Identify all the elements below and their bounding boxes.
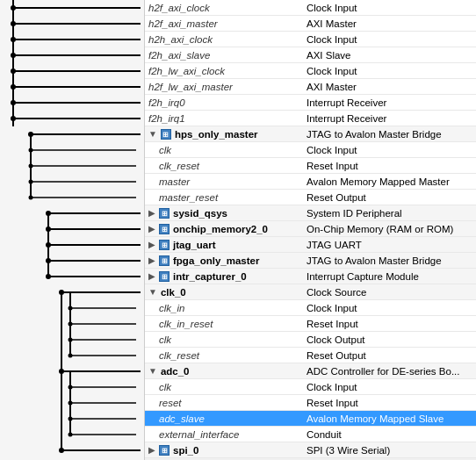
name-cell: master: [145, 176, 303, 188]
svg-point-11: [11, 21, 16, 26]
component-icon: ⊞: [161, 129, 171, 140]
svg-point-10: [11, 5, 16, 11]
row-onchip-memory[interactable]: ▶ ⊞ onchip_memory2_0 On-Chip Memory (RAM…: [145, 221, 476, 237]
type-cell: JTAG to Avalon Master Bridge: [303, 128, 476, 140]
svg-point-50: [69, 385, 73, 390]
row-clk0-clk[interactable]: clk Clock Output: [145, 332, 476, 348]
name-cell: ▶ ⊞ jtag_uart: [145, 239, 303, 251]
svg-point-52: [69, 417, 73, 421]
type-cell: Avalon Memory Mapped Master: [303, 176, 476, 188]
expand-icon[interactable]: ▶: [148, 271, 155, 281]
type-cell: Interrupt Receiver: [303, 97, 476, 109]
type-cell: Reset Input: [303, 318, 476, 330]
name-cell: reset: [145, 397, 303, 409]
row-h2f-axi-master[interactable]: h2f_axi_master AXI Master: [145, 16, 476, 32]
svg-point-43: [69, 354, 73, 358]
row-fpga-only-master[interactable]: ▶ ⊞ fpga_only_master JTAG to Avalon Mast…: [145, 253, 476, 269]
name-cell: adc_slave: [145, 413, 303, 425]
row-spi-0[interactable]: ▶ ⊞ spi_0 SPI (3 Wire Serial): [145, 442, 476, 458]
row-hps-master[interactable]: master Avalon Memory Mapped Master: [145, 174, 476, 190]
main-container: h2f_axi_clock Clock Input h2f_axi_master…: [0, 0, 476, 460]
name-cell: clk: [145, 381, 303, 393]
row-adc-slave[interactable]: adc_slave Avalon Memory Mapped Slave: [145, 411, 476, 427]
expand-icon[interactable]: ▼: [148, 129, 157, 139]
row-h2f-lw-axi-master[interactable]: h2f_lw_axi_master AXI Master: [145, 79, 476, 95]
svg-point-14: [11, 68, 16, 74]
component-icon: ⊞: [159, 208, 169, 219]
svg-point-26: [29, 164, 33, 169]
name-cell: h2f_axi_clock: [145, 2, 303, 14]
row-sysid-qsys[interactable]: ▶ ⊞ sysid_qsys System ID Peripheral: [145, 205, 476, 221]
type-cell: Clock Input: [303, 65, 476, 77]
svg-point-64: [59, 448, 64, 453]
type-cell: AXI Master: [303, 81, 476, 93]
type-cell: Reset Input: [303, 397, 476, 409]
name-cell: h2h_axi_clock: [145, 33, 303, 46]
name-cell: ▶ ⊞ fpga_only_master: [145, 255, 303, 267]
row-f2h-axi-slave[interactable]: f2h_axi_slave AXI Slave: [145, 47, 476, 63]
row-h2f-axi-clock[interactable]: h2f_axi_clock Clock Input: [145, 0, 476, 16]
row-jtag-uart[interactable]: ▶ ⊞ jtag_uart JTAG UART: [145, 237, 476, 253]
type-cell: Interrupt Capture Module: [303, 270, 476, 283]
row-hps-clk-reset[interactable]: clk_reset Reset Input: [145, 158, 476, 174]
svg-point-57: [46, 226, 51, 232]
row-f2h-irq0[interactable]: f2h_irq0 Interrupt Receiver: [145, 95, 476, 111]
expand-icon[interactable]: ▼: [148, 287, 157, 297]
row-intr-capturer[interactable]: ▶ ⊞ intr_capturer_0 Interrupt Capture Mo…: [145, 269, 476, 284]
type-cell: ADC Controller for DE-series Bo...: [303, 365, 476, 377]
svg-point-40: [69, 306, 73, 311]
svg-point-41: [69, 322, 73, 327]
expand-icon[interactable]: ▶: [148, 255, 155, 265]
row-hps-master-reset[interactable]: master_reset Reset Output: [145, 190, 476, 205]
name-cell: ▶ ⊞ intr_capturer_0: [145, 270, 303, 283]
name-cell: f2h_irq1: [145, 112, 303, 125]
type-cell: Reset Output: [303, 191, 476, 204]
svg-point-28: [29, 196, 33, 200]
type-cell: On-Chip Memory (RAM or ROM): [303, 223, 476, 235]
row-f2h-lw-axi-clock[interactable]: f2h_lw_axi_clock Clock Input: [145, 63, 476, 79]
name-cell: ▶ ⊞ sysid_qsys: [145, 207, 303, 219]
row-adc-external-interface[interactable]: external_interface Conduit: [145, 427, 476, 442]
type-cell: Clock Input: [303, 2, 476, 14]
svg-point-17: [11, 116, 16, 121]
tree-panel: [0, 0, 145, 460]
type-cell: Clock Input: [303, 33, 476, 46]
row-hps-only-master[interactable]: ▼ ⊞ hps_only_master JTAG to Avalon Maste…: [145, 126, 476, 142]
name-cell: f2h_axi_slave: [145, 49, 303, 61]
type-cell: AXI Slave: [303, 49, 476, 61]
row-f2h-irq1[interactable]: f2h_irq1 Interrupt Receiver: [145, 111, 476, 126]
svg-point-51: [69, 401, 73, 406]
row-clk-0[interactable]: ▼ clk_0 Clock Source: [145, 284, 476, 300]
expand-icon[interactable]: ▶: [148, 240, 155, 249]
type-cell: Clock Source: [303, 286, 476, 298]
name-cell: f2h_lw_axi_clock: [145, 65, 303, 77]
name-cell: ▼ adc_0: [145, 365, 303, 377]
row-adc-0[interactable]: ▼ adc_0 ADC Controller for DE-series Bo.…: [145, 363, 476, 379]
component-icon: ⊞: [159, 224, 169, 234]
expand-icon[interactable]: ▶: [148, 224, 155, 234]
name-cell: ▼ clk_0: [145, 286, 303, 298]
row-clk0-clk-in[interactable]: clk_in Clock Input: [145, 300, 476, 316]
type-cell: Reset Input: [303, 160, 476, 172]
svg-point-25: [29, 148, 33, 153]
name-cell: external_interface: [145, 428, 303, 441]
name-cell: clk_in: [145, 302, 303, 314]
row-adc-reset[interactable]: reset Reset Input: [145, 395, 476, 411]
type-cell: Clock Input: [303, 381, 476, 393]
row-h2h-axi-clock[interactable]: h2h_axi_clock Clock Input: [145, 32, 476, 47]
name-cell: h2f_axi_master: [145, 18, 303, 30]
type-cell: JTAG to Avalon Master Bridge: [303, 255, 476, 267]
name-cell: ▶ ⊞ onchip_memory2_0: [145, 223, 303, 235]
expand-icon[interactable]: ▼: [148, 366, 157, 376]
svg-point-59: [46, 258, 51, 263]
type-cell: Clock Input: [303, 302, 476, 314]
row-clk0-clk-reset[interactable]: clk_reset Reset Output: [145, 348, 476, 363]
row-clk0-clk-in-reset[interactable]: clk_in_reset Reset Input: [145, 316, 476, 332]
expand-icon[interactable]: ▶: [148, 208, 155, 218]
svg-point-12: [11, 37, 16, 42]
expand-icon[interactable]: ▶: [148, 445, 155, 455]
component-list: h2f_axi_clock Clock Input h2f_axi_master…: [145, 0, 476, 460]
row-hps-clk[interactable]: clk Clock Input: [145, 142, 476, 158]
svg-point-15: [11, 84, 16, 90]
row-adc-clk[interactable]: clk Clock Input: [145, 379, 476, 395]
